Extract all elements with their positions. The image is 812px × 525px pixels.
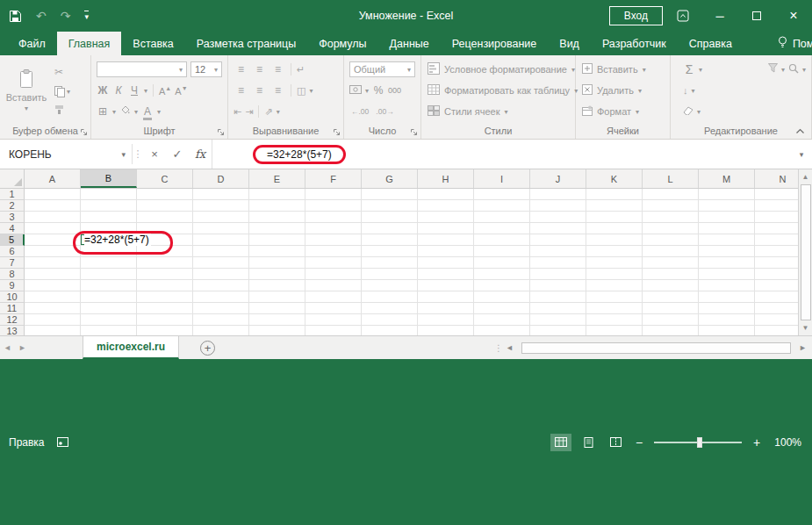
cell-D12[interactable] — [193, 314, 249, 326]
cell-A12[interactable] — [25, 314, 81, 326]
cell-L10[interactable] — [643, 291, 699, 303]
cell-G11[interactable] — [362, 303, 418, 314]
cell-C3[interactable] — [137, 212, 193, 223]
align-left-icon[interactable]: ≡ — [234, 84, 248, 97]
add-sheet-button[interactable]: + — [200, 341, 215, 356]
zoom-slider[interactable] — [654, 435, 742, 450]
cell-B8[interactable] — [81, 269, 137, 280]
cell-I7[interactable] — [474, 257, 530, 269]
row-header-5[interactable]: 5 — [0, 234, 25, 246]
cell-G2[interactable] — [362, 200, 418, 212]
formula-input[interactable]: =32+28*(5+7) — [212, 140, 791, 169]
bold-button[interactable]: Ж — [97, 84, 109, 97]
tab-formulas[interactable]: Формулы — [307, 32, 377, 55]
cell-J11[interactable] — [530, 303, 586, 314]
cell-L5[interactable] — [643, 234, 699, 246]
cell-J10[interactable] — [530, 291, 586, 303]
cell-F13[interactable] — [305, 326, 362, 335]
cell-H12[interactable] — [418, 314, 474, 326]
cell-J8[interactable] — [530, 269, 586, 280]
scroll-down-icon[interactable]: ▼ — [800, 321, 812, 334]
cell-J1[interactable] — [530, 189, 586, 200]
zoom-out-icon[interactable]: − — [632, 435, 646, 449]
cell-M7[interactable] — [699, 257, 755, 269]
cell-A8[interactable] — [25, 269, 81, 280]
cell-J13[interactable] — [530, 326, 586, 335]
cell-I13[interactable] — [474, 326, 530, 335]
column-header-C[interactable]: C — [137, 169, 193, 188]
sheet-prev-icon[interactable]: ◄ — [0, 336, 15, 359]
cell-B9[interactable] — [81, 280, 137, 291]
cell-I9[interactable] — [474, 280, 530, 291]
cell-D6[interactable] — [193, 246, 249, 257]
close-button[interactable]: × — [775, 0, 812, 32]
cell-A11[interactable] — [25, 303, 81, 314]
column-header-H[interactable]: H — [418, 169, 474, 188]
font-name-select[interactable]: ▾ — [97, 61, 187, 77]
chevron-down-icon[interactable]: ▾ — [121, 150, 132, 159]
cell-N2[interactable] — [755, 200, 798, 212]
cell-E4[interactable] — [249, 223, 305, 234]
autosum-button[interactable]: Σ — [683, 62, 695, 76]
scroll-right-icon[interactable]: ► — [796, 343, 809, 352]
format-cells-button[interactable]: Формат▾ — [578, 103, 668, 120]
cell-A6[interactable] — [25, 246, 81, 257]
cell-J7[interactable] — [530, 257, 586, 269]
cell-I8[interactable] — [474, 269, 530, 280]
cell-B5[interactable]: =32+28*(5+7) — [81, 234, 137, 246]
cell-H9[interactable] — [418, 280, 474, 291]
cell-M5[interactable] — [699, 234, 755, 246]
column-header-G[interactable]: G — [362, 169, 418, 188]
cell-K5[interactable] — [586, 234, 643, 246]
cell-E5[interactable] — [249, 234, 305, 246]
cell-E3[interactable] — [249, 212, 305, 223]
customize-toolbar-icon[interactable]: ▾ — [84, 11, 89, 21]
cancel-icon[interactable]: × — [143, 140, 166, 169]
cell-B12[interactable] — [81, 314, 137, 326]
cell-M6[interactable] — [699, 246, 755, 257]
column-header-A[interactable]: A — [25, 169, 81, 188]
cell-D4[interactable] — [193, 223, 249, 234]
cell-A7[interactable] — [25, 257, 81, 269]
cell-J12[interactable] — [530, 314, 586, 326]
font-size-select[interactable]: 12▾ — [190, 61, 222, 77]
cell-A10[interactable] — [25, 291, 81, 303]
vertical-scrollbar[interactable]: ▲ ▼ — [798, 169, 812, 335]
cell-I1[interactable] — [474, 189, 530, 200]
cell-B11[interactable] — [81, 303, 137, 314]
column-header-F[interactable]: F — [305, 169, 362, 188]
cell-F11[interactable] — [305, 303, 362, 314]
cell-H8[interactable] — [418, 269, 474, 280]
cell-C9[interactable] — [137, 280, 193, 291]
enter-icon[interactable]: ✓ — [166, 140, 189, 169]
cell-G4[interactable] — [362, 223, 418, 234]
column-header-D[interactable]: D — [193, 169, 249, 188]
cell-D1[interactable] — [193, 189, 249, 200]
number-dialog-launcher-icon[interactable] — [410, 128, 418, 136]
cell-E12[interactable] — [249, 314, 305, 326]
cell-L4[interactable] — [643, 223, 699, 234]
cell-A5[interactable] — [25, 234, 81, 246]
macro-record-icon[interactable] — [57, 437, 68, 447]
cell-K12[interactable] — [586, 314, 643, 326]
cell-N1[interactable] — [755, 189, 798, 200]
cell-H6[interactable] — [418, 246, 474, 257]
cell-H11[interactable] — [418, 303, 474, 314]
row-header-2[interactable]: 2 — [0, 200, 25, 212]
align-center-icon[interactable]: ≡ — [252, 84, 267, 97]
minimize-button[interactable]: ─ — [701, 0, 738, 32]
cell-K3[interactable] — [586, 212, 643, 223]
accounting-format-icon[interactable] — [349, 84, 362, 97]
format-painter-icon[interactable] — [54, 104, 64, 115]
cell-I10[interactable] — [474, 291, 530, 303]
cell-M10[interactable] — [699, 291, 755, 303]
cell-B7[interactable] — [81, 257, 137, 269]
cell-K8[interactable] — [586, 269, 643, 280]
cell-N13[interactable] — [755, 326, 798, 335]
cell-A13[interactable] — [25, 326, 81, 335]
cell-G13[interactable] — [362, 326, 418, 335]
cell-G5[interactable] — [362, 234, 418, 246]
cell-E13[interactable] — [249, 326, 305, 335]
cell-M3[interactable] — [699, 212, 755, 223]
cell-D2[interactable] — [193, 200, 249, 212]
